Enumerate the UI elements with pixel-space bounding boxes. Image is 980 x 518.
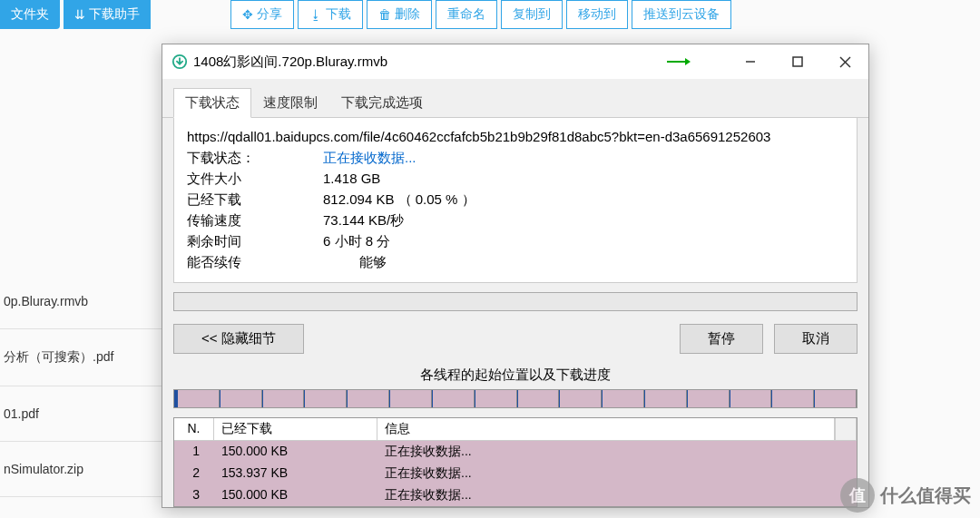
tab-speed-limit[interactable]: 速度限制 xyxy=(251,88,329,117)
cell-downloaded: 150.000 KB xyxy=(214,441,377,463)
bg-folder-button[interactable]: 文件夹 xyxy=(0,0,60,29)
cell-info: 正在接收数据... xyxy=(377,484,857,506)
table-row[interactable]: 3 150.000 KB 正在接收数据... xyxy=(174,484,857,506)
overall-progress-bar xyxy=(173,292,858,311)
cell-downloaded: 153.937 KB xyxy=(214,463,377,484)
window-title: 1408幻影凶间.720p.Bluray.rmvb xyxy=(193,54,665,71)
table-row[interactable]: 1 150.000 KB 正在接收数据... xyxy=(174,441,857,463)
bg-download-button[interactable]: ⭳ 下载 xyxy=(298,0,363,29)
bg-moveto-button[interactable]: 移动到 xyxy=(566,0,628,29)
label-resumable: 能否续传 xyxy=(187,254,323,271)
bg-assistant-label: 下载助手 xyxy=(89,6,140,23)
value-filesize: 1.418 GB xyxy=(323,171,380,188)
bg-push-button[interactable]: 推送到云设备 xyxy=(632,0,731,29)
hide-details-button[interactable]: << 隐藏细节 xyxy=(173,324,304,354)
list-item[interactable]: 0p.Bluray.rmvb xyxy=(0,274,163,329)
tab-download-status[interactable]: 下载状态 xyxy=(173,88,251,118)
tab-bar: 下载状态 速度限制 下载完成选项 xyxy=(162,79,868,118)
cell-n: 3 xyxy=(174,484,214,506)
threads-caption: 各线程的起始位置以及下载进度 xyxy=(162,363,868,389)
cancel-button[interactable]: 取消 xyxy=(774,324,858,354)
thread-table: N. 已经下载 信息 1 150.000 KB 正在接收数据... 2 153.… xyxy=(173,417,858,507)
thread-table-body: 1 150.000 KB 正在接收数据... 2 153.937 KB 正在接收… xyxy=(174,441,857,506)
bg-share-label: 分享 xyxy=(257,6,282,23)
bg-copyto-button[interactable]: 复制到 xyxy=(501,0,563,29)
label-downloaded: 已经下载 xyxy=(187,191,323,209)
value-remaining: 6 小时 8 分 xyxy=(323,233,390,250)
cell-info: 正在接收数据... xyxy=(377,441,857,463)
header-n[interactable]: N. xyxy=(174,418,214,441)
scrollbar-head xyxy=(835,418,857,441)
idm-app-icon xyxy=(172,54,188,70)
svg-rect-4 xyxy=(793,57,802,66)
status-panel: https://qdall01.baidupcs.com/file/4c6046… xyxy=(173,118,858,283)
minimize-button[interactable] xyxy=(727,44,774,79)
cell-n: 1 xyxy=(174,441,214,463)
header-downloaded[interactable]: 已经下载 xyxy=(214,418,377,441)
watermark: 值 什么值得买 xyxy=(840,478,971,513)
label-speed: 传输速度 xyxy=(187,212,323,230)
bg-delete-label: 删除 xyxy=(395,6,420,23)
background-toolbar: 文件夹 ⇊ 下载助手 ✥ 分享 ⭳ 下载 🗑 删除 重命名 复制到 移动到 推送… xyxy=(0,0,980,29)
value-status: 正在接收数据... xyxy=(323,150,416,167)
header-info[interactable]: 信息 xyxy=(377,418,835,441)
bg-delete-button[interactable]: 🗑 删除 xyxy=(367,0,432,29)
label-filesize: 文件大小 xyxy=(187,171,323,188)
value-downloaded: 812.094 KB （ 0.05 % ） xyxy=(323,191,475,209)
cell-info: 正在接收数据... xyxy=(377,463,857,484)
maximize-button[interactable] xyxy=(774,44,821,79)
close-button[interactable] xyxy=(821,44,868,79)
download-url: https://qdall01.baidupcs.com/file/4c6046… xyxy=(187,129,844,144)
assistant-icon: ⇊ xyxy=(74,7,85,22)
cell-n: 2 xyxy=(174,463,214,484)
bg-download-assistant-button[interactable]: ⇊ 下载助手 xyxy=(64,0,151,29)
share-icon: ✥ xyxy=(242,7,253,22)
watermark-icon: 值 xyxy=(840,478,875,513)
titlebar[interactable]: 1408幻影凶间.720p.Bluray.rmvb xyxy=(162,44,868,79)
watermark-text: 什么值得买 xyxy=(880,484,971,508)
list-item[interactable]: 01.pdf xyxy=(0,386,163,442)
trash-icon: 🗑 xyxy=(378,7,391,22)
background-file-list: 0p.Bluray.rmvb 分析（可搜索）.pdf 01.pdf nSimul… xyxy=(0,274,163,497)
table-row[interactable]: 2 153.937 KB 正在接收数据... xyxy=(174,463,857,484)
tab-on-complete[interactable]: 下载完成选项 xyxy=(329,88,435,117)
thread-table-header: N. 已经下载 信息 xyxy=(174,418,857,441)
bg-download-label: 下载 xyxy=(326,6,351,23)
svg-marker-2 xyxy=(685,58,691,65)
list-item[interactable]: 分析（可搜索）.pdf xyxy=(0,329,163,386)
segment-progress-bar xyxy=(173,389,858,408)
cell-downloaded: 150.000 KB xyxy=(214,484,377,506)
download-dialog: 1408幻影凶间.720p.Bluray.rmvb 下载状态 速度限制 下载完成… xyxy=(162,44,869,508)
label-remaining: 剩余时间 xyxy=(187,233,323,250)
bg-share-button[interactable]: ✥ 分享 xyxy=(230,0,294,29)
value-resumable: 能够 xyxy=(323,254,387,271)
list-item[interactable]: nSimulator.zip xyxy=(0,442,163,497)
transfer-arrow-icon xyxy=(665,56,691,67)
button-row: << 隐藏细节 暂停 取消 xyxy=(162,324,868,354)
value-speed: 73.144 KB/秒 xyxy=(323,212,404,230)
label-status: 下载状态： xyxy=(187,150,323,167)
pause-button[interactable]: 暂停 xyxy=(680,324,763,354)
bg-rename-button[interactable]: 重命名 xyxy=(436,0,497,29)
download-icon: ⭳ xyxy=(309,7,322,22)
